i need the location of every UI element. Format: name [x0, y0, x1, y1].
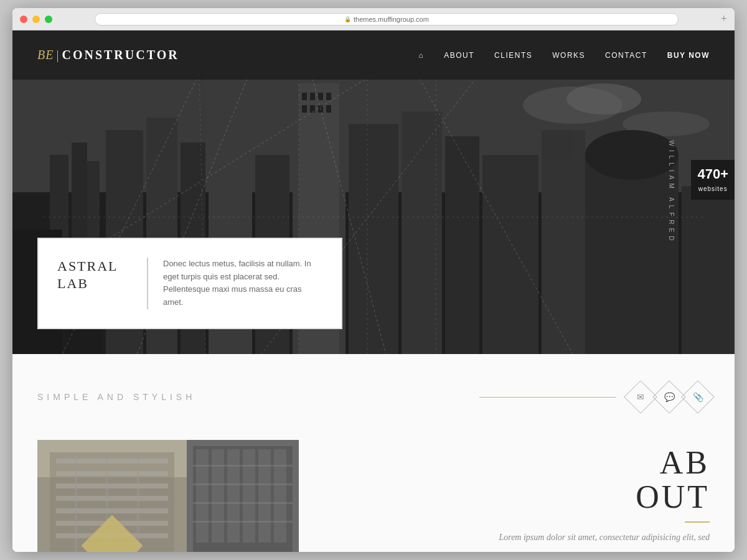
about-section: AB OUT Lorem ipsum dolor sit amet, conse… — [324, 440, 710, 552]
svg-rect-30 — [682, 186, 735, 354]
building-image-1 — [37, 440, 187, 552]
svg-rect-28 — [585, 155, 679, 354]
about-title-line1: AB — [660, 445, 710, 480]
svg-rect-27 — [542, 130, 585, 354]
logo-constructor: CONSTRUCTOR — [62, 48, 179, 62]
nav-works[interactable]: WORKS — [552, 51, 585, 60]
paperclip-icon: 📎 — [693, 392, 703, 403]
svg-rect-60 — [212, 449, 224, 543]
vertical-text: WILLIAM ALFRED — [668, 141, 675, 245]
svg-rect-23 — [349, 124, 398, 354]
address-bar[interactable]: 🔒 themes.muffingroup.com — [95, 13, 679, 26]
svg-point-3 — [566, 83, 641, 114]
nav-clients[interactable]: CLIENTS — [494, 51, 532, 60]
svg-rect-66 — [193, 483, 293, 485]
svg-rect-13 — [326, 93, 331, 100]
svg-rect-49 — [56, 483, 168, 488]
hero-section: BE|CONSTRUCTOR ⌂ ABOUT CLIENTS WORKS CON… — [12, 30, 735, 354]
hero-card: ASTRALLAB Donec lectus metus, facilisis … — [37, 238, 342, 329]
home-icon: ⌂ — [418, 51, 424, 60]
website-count-badge: 470+ websites — [691, 160, 735, 200]
svg-rect-63 — [258, 449, 271, 543]
svg-rect-65 — [193, 465, 293, 467]
tagline-right: ✉ 💬 📎 — [479, 385, 710, 409]
svg-rect-54 — [75, 452, 77, 552]
building-svg-2 — [187, 440, 299, 552]
diamond-icons: ✉ 💬 📎 — [629, 385, 710, 409]
tagline-line — [479, 397, 616, 398]
hero-card-body: Donec lectus metus, facilisis at nullam.… — [163, 258, 322, 309]
badge-number: 470+ — [697, 166, 728, 182]
hero-card-title: ASTRALLAB — [57, 258, 132, 293]
svg-rect-10 — [302, 93, 307, 100]
bottom-images — [37, 440, 299, 552]
badge-label: websites — [698, 185, 728, 192]
svg-rect-48 — [56, 471, 168, 476]
svg-rect-68 — [193, 521, 293, 523]
svg-rect-51 — [56, 508, 168, 513]
navigation: BE|CONSTRUCTOR ⌂ ABOUT CLIENTS WORKS CON… — [12, 30, 735, 80]
clip-diamond-icon[interactable]: 📎 — [681, 380, 715, 414]
chat-icon: 💬 — [664, 392, 675, 403]
svg-rect-25 — [445, 136, 479, 354]
svg-rect-59 — [196, 449, 209, 543]
browser-chrome: 🔒 themes.muffingroup.com + — [12, 8, 735, 30]
url-text: themes.muffingroup.com — [354, 16, 429, 23]
logo-separator: | — [56, 48, 59, 62]
bottom-section: AB OUT Lorem ipsum dolor sit amet, conse… — [12, 427, 735, 552]
svg-rect-62 — [243, 449, 255, 543]
svg-rect-14 — [302, 105, 307, 113]
svg-rect-67 — [193, 502, 293, 504]
about-body: Lorem ipsum dolor sit amet, consectetur … — [336, 530, 710, 545]
building-image-2 — [187, 440, 299, 552]
nav-contact[interactable]: CONTACT — [605, 51, 647, 60]
lock-icon: 🔒 — [344, 16, 351, 22]
nav-links: ⌂ ABOUT CLIENTS WORKS CONTACT BUY NOW — [418, 51, 710, 60]
nav-buy-now[interactable]: BUY NOW — [667, 51, 710, 60]
about-title-underline — [685, 521, 710, 523]
tagline-text: SIMPLE AND STYLISH — [37, 392, 195, 402]
about-title: AB OUT — [336, 446, 710, 514]
svg-rect-26 — [482, 155, 538, 354]
svg-rect-56 — [137, 452, 139, 552]
svg-rect-15 — [310, 105, 315, 113]
mail-icon: ✉ — [637, 392, 644, 403]
svg-rect-11 — [310, 93, 315, 100]
svg-rect-24 — [402, 111, 442, 354]
site-logo[interactable]: BE|CONSTRUCTOR — [37, 48, 179, 62]
nav-about[interactable]: ABOUT — [444, 51, 474, 60]
close-dot[interactable] — [20, 16, 27, 23]
svg-rect-47 — [56, 459, 168, 464]
new-tab-button[interactable]: + — [721, 12, 727, 26]
hero-card-divider — [147, 258, 148, 309]
maximize-dot[interactable] — [45, 16, 52, 23]
svg-rect-17 — [326, 105, 331, 113]
about-title-line2: OUT — [636, 479, 710, 515]
svg-point-29 — [585, 130, 679, 180]
site-content: BE|CONSTRUCTOR ⌂ ABOUT CLIENTS WORKS CON… — [12, 30, 735, 552]
svg-rect-50 — [56, 496, 168, 501]
svg-rect-12 — [318, 93, 323, 100]
tagline-section: SIMPLE AND STYLISH ✉ 💬 📎 — [12, 354, 735, 427]
browser-window: 🔒 themes.muffingroup.com + — [12, 8, 735, 552]
minimize-dot[interactable] — [32, 16, 40, 23]
svg-rect-61 — [227, 449, 240, 543]
logo-be: BE — [37, 48, 54, 62]
nav-home[interactable]: ⌂ — [418, 51, 424, 60]
svg-rect-64 — [274, 449, 286, 543]
